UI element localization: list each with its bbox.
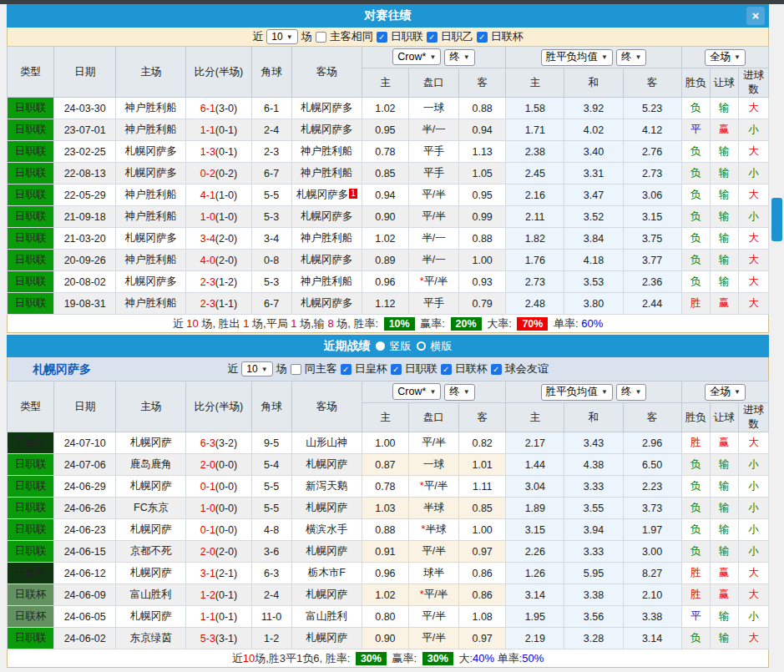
result-cell: 输 — [710, 476, 738, 498]
result-cell: 小 — [738, 606, 768, 628]
checkbox-label-主客相同[interactable]: 主客相同 — [330, 29, 373, 44]
dropdown-Crow*[interactable]: Crow*▼ — [392, 383, 441, 400]
dropdown-全场[interactable]: 全场▼ — [705, 49, 746, 66]
horizontal-layout-radio[interactable] — [417, 341, 426, 351]
away-team-name: 新泻天鹅 — [306, 480, 347, 492]
home-team: 神户胜利船 — [116, 184, 186, 206]
dropdown-全场[interactable]: 全场▼ — [705, 384, 746, 401]
result-cell: 输 — [710, 250, 738, 271]
checkbox-label-日职乙[interactable]: 日职乙 — [441, 29, 473, 44]
dropdown-10[interactable]: 10▼ — [266, 29, 297, 44]
away-team-name: 神户胜利船 — [301, 275, 353, 287]
summary-text: 近 — [232, 651, 243, 666]
sub-col-header-胜负: 胜负 — [681, 403, 710, 432]
checkbox-日职乙[interactable]: ✓ — [427, 32, 438, 43]
checkbox-日联杯[interactable]: ✓ — [477, 32, 488, 43]
avg-odds-draw: 3.53 — [564, 271, 623, 293]
avg-odds-home: 2.16 — [506, 184, 564, 206]
corner-score: 2-4 — [251, 584, 291, 606]
result-cell: 大 — [738, 141, 768, 163]
avg-odds-draw: 3.80 — [564, 293, 623, 315]
h2h-table: 类型日期主场比分(半场)角球客场Crow*▼终▼胜平负均值▼终▼全场▼主盘口客主… — [7, 46, 769, 315]
away-team: 神户胜利船 — [291, 271, 362, 293]
half-score: (2-1) — [215, 568, 237, 579]
corner-score: 0-8 — [251, 250, 291, 271]
full-score: 3-1 — [200, 568, 215, 579]
vertical-layout-radio[interactable] — [376, 341, 385, 351]
checkbox-label-日职联[interactable]: 日职联 — [391, 29, 423, 44]
dropdown-10[interactable]: 10▼ — [241, 361, 272, 376]
handicap-text: 平/半 — [422, 632, 445, 644]
handicap-text: 平/半 — [422, 189, 445, 200]
rate-badge: 20% — [451, 317, 482, 331]
league-badge: 日职联 — [8, 163, 54, 184]
dropdown-终[interactable]: 终▼ — [444, 384, 474, 401]
checkbox-label-球会友谊[interactable]: 球会友谊 — [505, 361, 549, 376]
result-cell: 小 — [738, 498, 768, 519]
avg-odds-home: 3.15 — [506, 519, 564, 541]
summary-text: 40% — [473, 652, 494, 664]
avg-odds-home: 3.04 — [506, 476, 564, 498]
handicap-line: 平/半 — [408, 606, 458, 628]
odds-group-header-2: 全场▼ — [681, 381, 768, 403]
chevron-down-icon: ▼ — [429, 53, 436, 61]
dropdown-胜平负均值[interactable]: 胜平负均值▼ — [541, 49, 613, 66]
result-cell: 输 — [710, 606, 738, 628]
vertical-layout-label[interactable]: 竖版 — [390, 339, 412, 354]
half-score: (1-1) — [215, 298, 237, 310]
corner-score: 5-4 — [251, 454, 291, 476]
checkbox-日职联[interactable]: ✓ — [377, 32, 387, 43]
score-cell: 0-2(0-2) — [186, 163, 251, 184]
summary-text: 单率: — [550, 316, 581, 331]
checkbox-label-日联杯[interactable]: 日联杯 — [491, 29, 524, 44]
full-score: 5-3 — [200, 633, 215, 644]
result-cell: 输 — [710, 454, 738, 476]
table-row: 日职联23-02-25札幌冈萨多1-3(0-1)2-3神户胜利船0.78平手1.… — [8, 141, 769, 163]
checkbox-日联杯[interactable]: ✓ — [441, 364, 452, 375]
full-score: 6-1 — [200, 103, 215, 114]
handicap-odds-home: 0.88 — [362, 519, 408, 541]
checkbox-主客相同[interactable] — [316, 32, 326, 43]
checkbox-日职联[interactable]: ✓ — [391, 364, 402, 375]
handicap-odds-away: 1.05 — [459, 163, 506, 184]
dropdown-终[interactable]: 终▼ — [444, 49, 474, 66]
col-header-角球: 角球 — [251, 47, 291, 98]
score-cell: 2-0(0-0) — [186, 454, 251, 476]
checkbox-同主客[interactable] — [291, 364, 301, 375]
side-float-button[interactable] — [771, 198, 782, 241]
away-team-name: 札幌冈萨 — [306, 502, 347, 513]
dropdown-终[interactable]: 终▼ — [616, 49, 646, 66]
checkbox-label-同主客[interactable]: 同主客 — [305, 361, 337, 376]
avg-odds-draw: 4.38 — [564, 454, 623, 476]
home-team: 神户胜利船 — [116, 293, 186, 315]
dropdown-label: 终 — [449, 385, 460, 399]
checkbox-日皇杯[interactable]: ✓ — [341, 364, 352, 375]
match-date: 20-08-02 — [54, 271, 116, 293]
league-badge: 日职联 — [8, 184, 54, 206]
full-score: 3-4 — [200, 233, 215, 245]
result-cell: 负 — [681, 141, 710, 163]
handicap-odds-home: 1.02 — [362, 228, 408, 250]
checkbox-球会友谊[interactable]: ✓ — [491, 364, 502, 375]
close-icon[interactable]: × — [746, 7, 765, 25]
col-header-比分(半场): 比分(半场) — [186, 381, 251, 432]
away-team: 札幌冈萨 — [291, 584, 362, 606]
dropdown-胜平负均值[interactable]: 胜平负均值▼ — [541, 384, 613, 401]
h2h-title: 对赛往绩 — [365, 8, 412, 23]
checkbox-label-日联杯[interactable]: 日联杯 — [455, 361, 488, 376]
chevron-down-icon: ▼ — [601, 388, 608, 396]
avg-odds-away: 3.06 — [623, 184, 681, 206]
horizontal-layout-label[interactable]: 横版 — [431, 339, 453, 354]
half-score: (0-2) — [215, 168, 237, 179]
checkbox-label-日皇杯[interactable]: 日皇杯 — [355, 361, 387, 376]
chevron-down-icon: ▼ — [463, 53, 470, 61]
checkbox-label-日职联[interactable]: 日职联 — [405, 361, 438, 376]
corner-score: 5-5 — [251, 184, 291, 206]
dropdown-Crow*[interactable]: Crow*▼ — [392, 48, 441, 65]
dropdown-终[interactable]: 终▼ — [616, 384, 646, 401]
league-badge: 日职联 — [8, 519, 54, 541]
dropdown-label: 胜平负均值 — [546, 50, 599, 64]
chevron-down-icon: ▼ — [635, 388, 641, 396]
away-team: 札幌冈萨 — [291, 454, 362, 476]
match-date: 21-03-20 — [54, 228, 116, 250]
